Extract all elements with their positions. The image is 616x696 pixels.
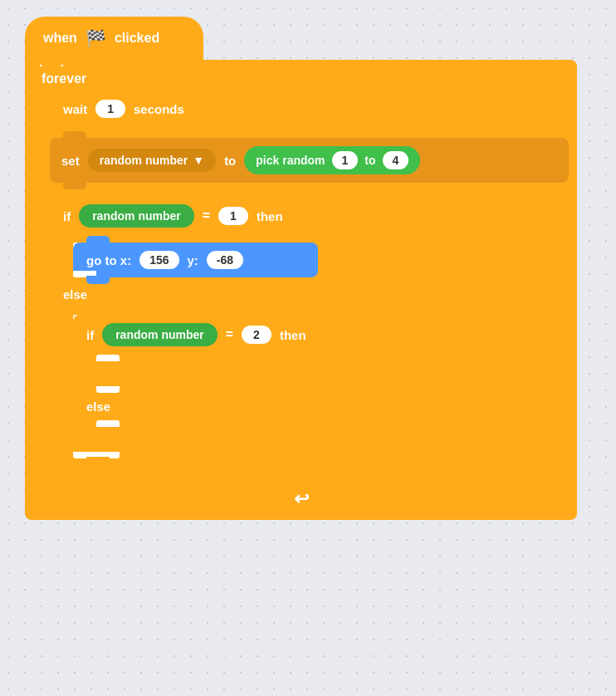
scratch-blocks: when 🏁 clicked forever wait 1 [25, 17, 577, 520]
pick-random-value2[interactable]: 4 [383, 151, 409, 169]
to-label: to [224, 154, 236, 168]
goto-x-value[interactable]: 156 [139, 251, 178, 269]
dropdown-arrow: ▼ [193, 154, 204, 167]
if2-block[interactable]: if random number = 2 then [73, 315, 513, 458]
if1-label: if [63, 209, 71, 223]
forever-footer: ↩ [25, 478, 577, 520]
variable-dropdown[interactable]: random number ▼ [88, 149, 216, 172]
go-to-block[interactable]: go to x: 156 y: -68 [73, 243, 318, 277]
pick-random-block[interactable]: pick random 1 to 4 [244, 146, 420, 174]
pick-random-label: pick random [256, 154, 325, 167]
condition1-pill[interactable]: random number [79, 204, 194, 228]
when-label: when [43, 31, 77, 46]
then2-label: then [280, 328, 306, 342]
if2-label: if [86, 328, 94, 342]
if2-value[interactable]: 2 [242, 326, 271, 344]
if1-equals: = [203, 208, 210, 223]
if1-value[interactable]: 1 [218, 207, 248, 225]
if1-block[interactable]: if random number = 1 then [50, 196, 531, 473]
clicked-label: clicked [115, 31, 159, 46]
goto-y-value[interactable]: -68 [207, 251, 243, 269]
else1-label: else [50, 281, 531, 308]
wait-label: wait [63, 102, 87, 116]
else2-label: else [73, 393, 513, 420]
wait-block[interactable]: wait 1 seconds [50, 91, 237, 126]
pick-random-to-label: to [364, 154, 375, 167]
seconds-label: seconds [134, 102, 184, 116]
goto-y-label: y: [188, 253, 198, 267]
set-label: set [61, 154, 80, 168]
if2-equals: = [226, 327, 233, 342]
flag-icon: 🏁 [86, 28, 106, 48]
forever-block[interactable]: forever wait 1 seconds set [25, 60, 577, 520]
condition2-pill[interactable]: random number [102, 323, 218, 346]
loop-arrow-icon: ↩ [294, 488, 309, 510]
goto-label: go to x: [86, 253, 131, 267]
then1-label: then [257, 209, 283, 223]
condition2-label: random number [115, 328, 204, 341]
set-block[interactable]: set random number ▼ to pick random 1 to … [50, 138, 569, 183]
wait-value-bubble[interactable]: 1 [95, 100, 125, 118]
pick-random-value1[interactable]: 1 [332, 151, 359, 169]
condition1-label: random number [92, 209, 181, 223]
when-clicked-block[interactable]: when 🏁 clicked [25, 17, 203, 60]
variable-label: random number [100, 154, 188, 167]
